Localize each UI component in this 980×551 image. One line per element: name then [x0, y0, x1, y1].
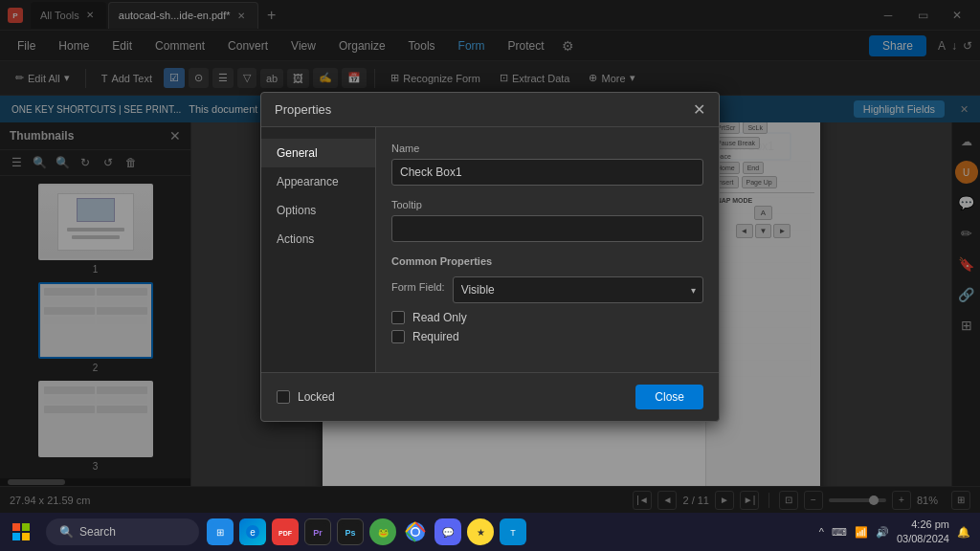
taskbar-app-edge[interactable]: e — [239, 518, 266, 545]
svg-rect-2 — [12, 523, 20, 531]
taskbar-search-box[interactable]: 🔍 Search — [46, 518, 199, 545]
name-field: Name — [391, 143, 703, 186]
taskbar-app-green[interactable]: 🐸 — [369, 518, 396, 545]
taskbar-tray: ^ ⌨ 📶 🔊 4:26 pm 03/08/2024 🔔 — [819, 518, 980, 547]
read-only-label: Read Only — [412, 311, 467, 324]
tooltip-label: Tooltip — [391, 199, 703, 210]
required-label: Required — [412, 330, 459, 343]
taskbar-app-pr[interactable]: Pr — [304, 518, 331, 545]
form-field-row: Form Field: VisibleHiddenVisible but doe… — [391, 276, 703, 303]
modal-title-bar: Properties ✕ — [261, 93, 719, 127]
taskbar-time[interactable]: 4:26 pm 03/08/2024 — [897, 518, 949, 547]
svg-rect-4 — [12, 533, 20, 540]
tooltip-input[interactable] — [391, 215, 703, 242]
locked-checkbox[interactable] — [277, 390, 290, 404]
taskbar-apps: ⊞ e PDF Pr Ps 🐸 💬 ★ T — [207, 518, 819, 545]
taskbar-app-explorer[interactable]: ⊞ — [207, 518, 234, 545]
modal-sidebar-actions[interactable]: Actions — [261, 225, 375, 253]
tooltip-field: Tooltip — [391, 199, 703, 242]
modal-sidebar-options[interactable]: Options — [261, 196, 375, 225]
form-field-select-wrap: VisibleHiddenVisible but doesn't printHi… — [453, 276, 703, 303]
svg-text:PDF: PDF — [278, 530, 293, 537]
svg-text:⊞: ⊞ — [216, 527, 224, 538]
svg-text:💬: 💬 — [442, 526, 455, 539]
tray-notification[interactable]: 🔔 — [957, 526, 970, 539]
form-field-label: Form Field: — [391, 281, 445, 293]
modal-sidebar: General Appearance Options Actions — [261, 127, 376, 372]
modal-content-area: Name Tooltip Common Properties Form Fiel… — [376, 127, 719, 372]
tray-volume[interactable]: 🔊 — [876, 526, 889, 539]
svg-text:T: T — [510, 528, 516, 538]
svg-point-20 — [412, 529, 419, 536]
svg-text:Ps: Ps — [345, 528, 355, 538]
svg-rect-5 — [22, 533, 30, 540]
name-input[interactable] — [391, 159, 703, 186]
read-only-row: Read Only — [391, 311, 703, 324]
date-display: 03/08/2024 — [897, 532, 949, 546]
tray-wifi[interactable]: 📶 — [855, 526, 868, 539]
search-icon: 🔍 — [59, 525, 74, 539]
locked-row: Locked — [277, 390, 335, 404]
modal-body: General Appearance Options Actions Name … — [261, 127, 719, 372]
taskbar: 🔍 Search ⊞ e PDF Pr Ps 🐸 💬 ★ T — [0, 513, 980, 551]
modal-title: Properties — [275, 102, 331, 117]
time-display: 4:26 pm — [897, 518, 949, 532]
modal-sidebar-general[interactable]: General — [261, 139, 375, 167]
taskbar-app-pdf[interactable]: PDF — [272, 518, 299, 545]
app-window: P All Tools ✕ autocad-sh...ide-en.pdf* ✕… — [0, 0, 980, 513]
taskbar-app-blue2[interactable]: T — [500, 518, 526, 545]
svg-text:★: ★ — [477, 527, 485, 538]
form-field-select[interactable]: VisibleHiddenVisible but doesn't printHi… — [453, 276, 703, 303]
svg-text:Pr: Pr — [313, 528, 323, 538]
svg-rect-3 — [22, 523, 30, 531]
properties-modal: Properties ✕ General Appearance Options … — [260, 92, 720, 422]
taskbar-app-yellow[interactable]: ★ — [467, 518, 494, 545]
modal-close-btn[interactable]: Close — [635, 385, 703, 409]
modal-footer: Locked Close — [261, 372, 719, 421]
tray-chevron[interactable]: ^ — [819, 526, 824, 538]
svg-text:🐸: 🐸 — [378, 527, 390, 539]
start-button[interactable] — [0, 513, 42, 551]
search-text: Search — [79, 525, 116, 539]
modal-sidebar-appearance[interactable]: Appearance — [261, 167, 375, 196]
locked-label: Locked — [298, 390, 335, 404]
required-row: Required — [391, 330, 703, 343]
read-only-checkbox[interactable] — [391, 311, 405, 324]
common-props-title: Common Properties — [391, 255, 703, 267]
modal-overlay: Properties ✕ General Appearance Options … — [0, 0, 980, 513]
taskbar-app-chrome[interactable] — [402, 518, 429, 545]
modal-close-button[interactable]: ✕ — [693, 100, 705, 119]
taskbar-app-discord[interactable]: 💬 — [434, 518, 461, 545]
required-checkbox[interactable] — [391, 330, 405, 343]
common-properties: Common Properties Form Field: VisibleHid… — [391, 255, 703, 343]
tray-keyboard[interactable]: ⌨ — [832, 526, 847, 539]
name-label: Name — [391, 143, 703, 154]
svg-text:e: e — [250, 527, 256, 538]
taskbar-app-ps[interactable]: Ps — [337, 518, 364, 545]
